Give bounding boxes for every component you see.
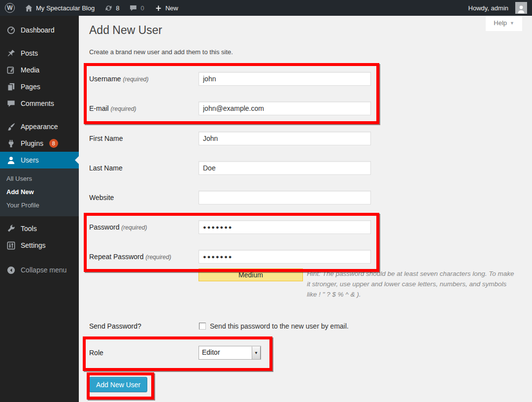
admin-bar: W My Spectacular Blog 8 0 New Howdy, adm…: [0, 0, 532, 16]
comment-bubble-icon: [129, 4, 137, 12]
help-button[interactable]: Help ▼: [486, 16, 522, 31]
plugins-update-badge: 8: [49, 139, 58, 148]
comments-icon: [6, 99, 16, 108]
website-row: Website: [89, 191, 371, 204]
updates-link[interactable]: 8: [100, 0, 124, 16]
role-row: RoleEditor▼: [89, 346, 261, 360]
first-name-input[interactable]: [199, 132, 371, 145]
first-name-row: First Name: [89, 132, 371, 145]
menu-separator: [0, 216, 79, 220]
my-account-menu[interactable]: Howdy, admin: [464, 0, 532, 16]
password-strength-row: Medium Hint: The password should be at l…: [199, 268, 518, 300]
sidebar-item-pages[interactable]: Pages: [0, 78, 79, 95]
sliders-icon: [6, 241, 16, 250]
sidebar-item-appearance[interactable]: Appearance: [0, 118, 79, 135]
main-content: Help ▼ Add New User Create a brand new u…: [79, 16, 532, 402]
password-strength-meter: Medium: [199, 268, 303, 281]
pages-icon: [6, 82, 16, 92]
page-description: Create a brand new user and add them to …: [89, 48, 233, 56]
pushpin-icon: [6, 49, 16, 58]
update-icon: [104, 4, 113, 12]
update-count: 8: [116, 4, 119, 12]
password-input[interactable]: [199, 220, 371, 234]
admin-sidebar: Dashboard Posts Media Pages Comments: [0, 16, 79, 402]
role-selected-value: Editor: [199, 346, 252, 359]
media-icon: [6, 66, 16, 75]
first-name-label: First Name: [89, 132, 199, 145]
sidebar-item-label: Collapse menu: [21, 266, 66, 274]
menu-separator: [0, 112, 79, 118]
plug-icon: [6, 139, 16, 148]
email-field[interactable]: [199, 101, 371, 115]
sidebar-item-posts[interactable]: Posts: [0, 45, 79, 62]
select-dropdown-arrow-icon: ▼: [252, 346, 261, 359]
sidebar-item-tools[interactable]: Tools: [0, 220, 79, 237]
last-name-input[interactable]: [199, 161, 371, 175]
sidebar-item-all-users[interactable]: All Users: [0, 172, 79, 185]
collapse-arrow-icon: [6, 266, 16, 275]
howdy-text: Howdy, admin: [468, 4, 508, 12]
wordpress-logo-icon: W: [5, 3, 15, 13]
sidebar-item-label: Posts: [21, 49, 38, 57]
sidebar-item-plugins[interactable]: Plugins 8: [0, 135, 79, 152]
add-new-user-button[interactable]: Add New User: [89, 377, 147, 392]
sidebar-item-label: Appearance: [21, 123, 58, 131]
sidebar-item-dashboard[interactable]: Dashboard: [0, 22, 79, 38]
username-label: Username (required): [89, 72, 199, 86]
user-icon: [6, 156, 16, 165]
last-name-label: Last Name: [89, 161, 199, 175]
username-row: Username (required): [89, 72, 371, 86]
new-content-menu[interactable]: New: [149, 0, 183, 16]
menu-separator: [0, 38, 79, 45]
sidebar-item-label: Media: [21, 66, 39, 74]
send-password-label: Send Password?: [89, 319, 199, 333]
sidebar-item-comments[interactable]: Comments: [0, 95, 79, 112]
role-label: Role: [89, 346, 199, 360]
password-row: Password (required): [89, 220, 371, 234]
comments-link[interactable]: 0: [124, 0, 149, 16]
send-password-row: Send Password?Send this password to the …: [89, 319, 349, 333]
website-label: Website: [89, 191, 199, 204]
sidebar-item-settings[interactable]: Settings: [0, 237, 79, 254]
site-name: My Spectacular Blog: [36, 4, 95, 12]
repeat-password-label: Repeat Password (required): [89, 250, 199, 264]
sidebar-item-label: Comments: [21, 100, 54, 107]
sidebar-item-users[interactable]: Users: [0, 152, 79, 168]
sidebar-item-label: Tools: [21, 225, 37, 233]
avatar: [515, 2, 527, 14]
dashboard-icon: [6, 26, 16, 35]
password-label: Password (required): [89, 220, 199, 234]
website-input[interactable]: [199, 191, 371, 204]
home-icon: [25, 4, 33, 12]
sidebar-item-label: Dashboard: [21, 26, 55, 34]
send-password-checkbox[interactable]: [199, 323, 206, 330]
sidebar-item-add-new[interactable]: Add New: [0, 185, 79, 199]
site-link[interactable]: My Spectacular Blog: [20, 0, 100, 16]
email-label: E-mail (required): [89, 101, 199, 116]
collapse-menu-button[interactable]: Collapse menu: [0, 262, 79, 278]
repeat-password-input[interactable]: [199, 250, 371, 264]
sidebar-item-label: Pages: [21, 83, 40, 91]
chevron-down-icon: ▼: [510, 21, 514, 26]
sidebar-item-label: Plugins: [21, 139, 43, 147]
sidebar-item-media[interactable]: Media: [0, 62, 79, 78]
last-name-row: Last Name: [89, 161, 371, 175]
help-label: Help: [494, 19, 507, 27]
send-password-checkbox-label: Send this password to the new user by em…: [210, 322, 349, 330]
users-submenu: All Users Add New Your Profile: [0, 168, 79, 216]
sidebar-item-label: Users: [21, 156, 39, 164]
sidebar-item-label: Settings: [21, 241, 46, 249]
sidebar-item-your-profile[interactable]: Your Profile: [0, 199, 79, 212]
wordpress-menu[interactable]: W: [0, 0, 20, 16]
wrench-icon: [6, 224, 16, 234]
paintbrush-icon: [6, 122, 16, 132]
plus-icon: [154, 4, 163, 12]
email-row: E-mail (required): [89, 101, 371, 115]
comment-count: 0: [140, 4, 144, 12]
username-input[interactable]: [199, 72, 371, 86]
new-label: New: [166, 4, 178, 12]
page-title: Add New User: [89, 24, 162, 37]
repeat-password-row: Repeat Password (required): [89, 250, 371, 264]
role-select[interactable]: Editor▼: [199, 346, 261, 360]
